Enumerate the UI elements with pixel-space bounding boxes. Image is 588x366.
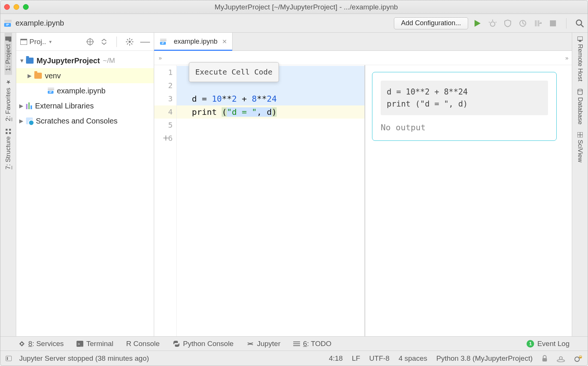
svg-point-47 [562, 358, 562, 358]
svg-rect-43 [542, 358, 547, 361]
add-configuration-button[interactable]: Add Configuration... [394, 17, 468, 29]
status-message: Jupyter Server stopped (38 minutes ago) [19, 354, 149, 363]
svg-rect-15 [9, 132, 11, 134]
zoom-window-button[interactable] [23, 4, 29, 10]
lock-icon[interactable] [542, 355, 548, 362]
right-tool-strip: Remote Host Database SciView [572, 33, 588, 336]
file-encoding[interactable]: UTF-8 [369, 354, 390, 363]
status-bar: Jupyter Server stopped (38 minutes ago) … [0, 351, 588, 366]
separator [116, 37, 117, 47]
preview-source: d = 10**2 + 8**24 print ("d = ", d) [381, 81, 548, 115]
tree-node-label: External Libraries [35, 102, 94, 110]
svg-rect-17 [6, 132, 8, 134]
project-tree[interactable]: MyJupyterProject ~/M venv IP example.ipy… [16, 51, 154, 131]
folder-icon [26, 58, 34, 64]
svg-rect-18 [6, 129, 8, 131]
chevron-right-icon[interactable] [19, 103, 24, 109]
toolwindows-toggle-icon[interactable] [6, 356, 12, 361]
toolwindow-database[interactable]: Database [576, 85, 584, 128]
toolwindow-remote-host[interactable]: Remote Host [576, 33, 584, 85]
ide-updates-icon[interactable] [574, 355, 582, 362]
window-icon [20, 39, 27, 45]
svg-point-44 [557, 360, 565, 362]
toolwindow-sciview[interactable]: SciView [576, 128, 584, 166]
toolwindow-r-console[interactable]: R Console [126, 340, 160, 348]
chevron-down-icon[interactable] [19, 58, 24, 64]
project-tool-window: Proj.. ▼ — MyJupyterProj [16, 33, 154, 336]
settings-icon[interactable] [126, 38, 133, 46]
run-icon[interactable] [473, 19, 482, 27]
run-coverage-icon[interactable] [504, 19, 512, 27]
editor-tab-bar: IP example.ipynb ✕ [154, 33, 572, 51]
profile-icon[interactable] [519, 19, 527, 27]
line-separator[interactable]: LF [352, 354, 360, 363]
jupyter-icon [247, 340, 254, 348]
svg-line-7 [523, 23, 525, 24]
search-everywhere-icon[interactable] [576, 19, 584, 27]
close-window-button[interactable] [4, 4, 10, 10]
ipynb-file-icon: IP [48, 88, 55, 93]
stop-icon[interactable] [549, 19, 557, 27]
toolwindow-favorites[interactable]: 2: Favorites ★ [5, 75, 12, 125]
editor-pane: IP example.ipynb ✕ » » 1 2 3 4 5 6 [154, 33, 572, 336]
minimize-window-button[interactable] [14, 4, 19, 10]
caret-position[interactable]: 4:18 [329, 354, 343, 363]
editor-tab-label: example.ipynb [174, 38, 217, 46]
editor-tab-example[interactable]: IP example.ipynb ✕ [154, 33, 233, 50]
tree-scratches[interactable]: Scratches and Consoles [16, 113, 154, 128]
chevron-right-icon[interactable] [19, 118, 24, 124]
notification-badge: 1 [527, 340, 534, 348]
run-cell-tooltip: Execute Cell Code [189, 62, 279, 82]
breadcrumb-expand-right[interactable]: » [565, 55, 567, 61]
tree-example-file[interactable]: IP example.ipynb [16, 83, 154, 98]
svg-rect-9 [537, 20, 539, 26]
tree-venv-folder[interactable]: venv [16, 68, 154, 83]
project-view-selector[interactable]: Proj.. ▼ [18, 36, 55, 48]
tree-project-root[interactable]: MyJupyterProject ~/M [16, 53, 154, 68]
notebook-code-side: 1 2 3 4 5 6 ＋ ✔ Execute Cell Code [154, 65, 365, 336]
svg-line-33 [131, 43, 132, 44]
chevron-right-icon[interactable] [28, 73, 33, 79]
inspector-icon[interactable] [557, 355, 565, 362]
toolwindow-structure[interactable]: 7: Structure [5, 125, 12, 173]
toolwindow-services[interactable]: 8: Services [18, 340, 64, 348]
debug-icon[interactable] [488, 19, 497, 27]
close-tab-icon[interactable]: ✕ [222, 38, 227, 45]
toolwindow-project[interactable]: 1: Project [5, 33, 12, 75]
toolwindow-event-log[interactable]: 1 Event Log [527, 340, 570, 348]
svg-point-49 [579, 355, 582, 358]
tree-external-libraries[interactable]: External Libraries [16, 98, 154, 113]
svg-point-1 [490, 22, 495, 26]
toolwindow-todo[interactable]: 6: TODO [293, 340, 331, 348]
window-titlebar: MyJupyterProject [~/MyJupyterProject] - … [0, 0, 588, 14]
indent-setting[interactable]: 4 spaces [398, 354, 427, 363]
locate-icon[interactable] [86, 38, 94, 46]
ipynb-file-icon: IP [4, 20, 12, 27]
code-editor[interactable]: ✔ Execute Cell Code d = 10**2 + 8**24 pr… [177, 65, 364, 336]
bottom-tool-strip: 8: Services 8: Services >_ Terminal R Co… [0, 336, 588, 351]
tree-node-label: MyJupyterProject [37, 56, 100, 65]
expand-all-icon[interactable] [101, 38, 107, 45]
toolbar-separator [566, 18, 567, 29]
scratches-icon [26, 117, 33, 124]
breadcrumb-expand-left[interactable]: » [159, 55, 161, 61]
nav-open-file[interactable]: example.ipynb [15, 19, 64, 27]
toolwindow-python-console[interactable]: Python Console [173, 340, 234, 348]
svg-marker-0 [475, 20, 481, 27]
svg-rect-10 [550, 20, 556, 26]
notebook-cell-preview[interactable]: d = 10**2 + 8**24 print ("d = ", d) No o… [372, 72, 557, 141]
ipynb-file-icon: IP [160, 39, 167, 44]
hide-icon[interactable]: — [140, 36, 150, 47]
svg-rect-13 [5, 37, 11, 41]
toolwindow-jupyter[interactable]: Jupyter [247, 340, 280, 348]
grid-icon [577, 132, 583, 137]
interpreter-label[interactable]: Python 3.8 (MyJupyterProject) [436, 354, 533, 363]
window-controls [4, 4, 29, 10]
svg-line-3 [489, 22, 490, 23]
libraries-icon [26, 102, 32, 109]
toolwindow-terminal[interactable]: >_ Terminal [77, 340, 113, 348]
concurrency-icon[interactable] [534, 19, 542, 27]
svg-point-21 [578, 89, 582, 91]
editor-gutter: 1 2 3 4 5 6 ＋ [154, 65, 177, 336]
structure-icon [6, 129, 11, 134]
